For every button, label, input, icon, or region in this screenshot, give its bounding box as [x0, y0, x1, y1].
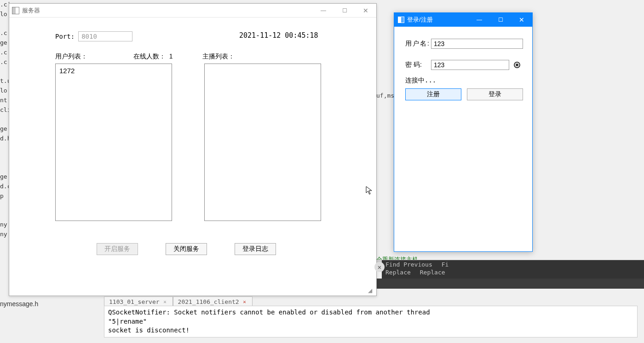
login-titlebar[interactable]: 登录/注册 — ☐ ✕	[394, 13, 532, 27]
resize-grip-icon[interactable]: ◢	[368, 287, 374, 294]
find-next-button-fragment[interactable]: Fi	[442, 261, 449, 268]
username-label: 用户名:	[405, 40, 431, 48]
app-icon	[12, 7, 19, 14]
host-listbox[interactable]	[204, 64, 321, 221]
stop-service-button[interactable]: 关闭服务	[166, 243, 207, 255]
server-timestamp: 2021-11-12 00:45:18	[239, 31, 318, 40]
close-button[interactable]: ✕	[511, 13, 532, 26]
ide-sidebar-fragment: .c| lo .c| ge .c .c t.u lo nt cli ge d.h…	[0, 0, 9, 295]
close-button[interactable]: ✕	[355, 4, 376, 17]
login-button[interactable]: 登录	[467, 88, 523, 100]
start-service-button: 开启服务	[97, 243, 138, 255]
register-button[interactable]: 注册	[405, 88, 461, 100]
file-header-label: nymessage.h	[0, 300, 38, 308]
find-close-button[interactable]: ✕	[374, 262, 385, 272]
app-icon	[398, 17, 404, 23]
application-output-console[interactable]: QSocketNotifier: Socket notifiers cannot…	[104, 306, 638, 337]
username-input[interactable]	[431, 39, 523, 49]
connection-status: 连接中...	[405, 76, 523, 85]
host-list-label: 主播列表：	[202, 52, 235, 61]
password-input[interactable]	[431, 60, 509, 70]
online-count-value: 1	[169, 52, 173, 60]
server-window: 服务器 — ☐ ✕ Port: 2021-11-12 00:45:18 用户列表…	[9, 3, 377, 296]
list-item[interactable]: 1272	[59, 67, 168, 75]
find-previous-button[interactable]: Find Previous	[385, 261, 432, 268]
divider-stripe-dark	[376, 279, 644, 289]
user-listbox[interactable]: 1272	[55, 64, 172, 221]
show-password-toggle[interactable]	[514, 62, 520, 68]
minimize-button[interactable]: —	[313, 4, 334, 17]
tab-server[interactable]: 1103_01_server ✕	[104, 296, 173, 306]
login-window-title: 登录/注册	[407, 16, 433, 24]
tab-client2[interactable]: 2021_1106_client2 ✕	[173, 296, 253, 306]
server-titlebar[interactable]: 服务器 — ☐ ✕	[9, 4, 376, 17]
user-list-label: 用户列表：	[55, 52, 133, 61]
server-window-title: 服务器	[22, 6, 40, 15]
login-log-button[interactable]: 登录日志	[235, 243, 276, 255]
login-window: 登录/注册 — ☐ ✕ 用户名: 密 码: 连接中... 注册 登录	[394, 12, 533, 252]
ide-code-fragment: uf,ms	[376, 92, 394, 99]
minimize-button[interactable]: —	[469, 13, 490, 26]
replace-all-button-fragment[interactable]: Replace	[420, 269, 445, 276]
close-tab-icon[interactable]: ✕	[162, 299, 168, 305]
find-replace-bar: ✕ Find Previous Fi Replace Replace	[382, 260, 644, 279]
replace-button[interactable]: Replace	[385, 269, 411, 276]
port-label: Port:	[55, 33, 75, 40]
maximize-button[interactable]: ☐	[334, 4, 355, 17]
close-tab-icon[interactable]: ✕	[242, 299, 247, 305]
online-count-label: 在线人数： 1	[133, 52, 202, 61]
port-input[interactable]	[78, 31, 132, 41]
output-tabs: 1103_01_server ✕ 2021_1106_client2 ✕	[104, 296, 253, 307]
maximize-button[interactable]: ☐	[490, 13, 511, 26]
password-label: 密 码:	[405, 61, 431, 69]
